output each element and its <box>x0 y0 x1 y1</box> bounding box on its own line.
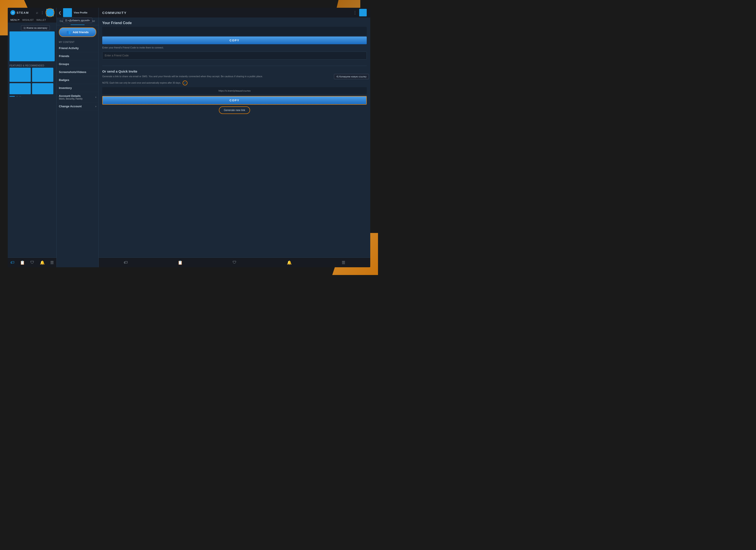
community-title: COMMUNITY <box>102 11 127 15</box>
menu-item-account[interactable]: Account Details Store, Security, Family … <box>57 92 98 102</box>
store-banner <box>10 31 55 61</box>
main-container: ⊙ STEAM ⌕ ⋮ MENU ▾ WISHLIST <box>8 8 370 267</box>
featured-image-3 <box>10 83 31 94</box>
copy-invite-link-button[interactable]: COPY <box>102 96 367 105</box>
back-button[interactable]: ❮ <box>58 11 61 15</box>
friend-code-display <box>102 27 367 36</box>
steam-title: STEAM <box>17 11 29 14</box>
search-icon[interactable]: ⌕ <box>36 11 38 15</box>
quick-invite-link: https://s.team/p/ваша/ссылка <box>102 87 367 94</box>
chevron-right-icon-2: › <box>95 105 96 108</box>
menu-nav-right-icon[interactable]: ☰ <box>342 260 345 265</box>
featured-image-2 <box>32 68 53 82</box>
add-friends-button[interactable]: 👥 Add friends <box>59 27 96 37</box>
nav-wallet-item[interactable]: WALLET <box>36 19 46 21</box>
more-options-icon[interactable]: ⋮ <box>40 11 44 15</box>
menu-item-inventory[interactable]: Inventory <box>57 84 98 92</box>
friend-code-input[interactable] <box>102 52 367 60</box>
bottom-nav-left: 🏷 📋 🛡 🔔 ☰ <box>8 258 56 267</box>
library-nav-right-icon[interactable]: 📋 <box>178 260 183 265</box>
avatar-ring <box>46 8 54 17</box>
featured-image-4 <box>32 83 53 94</box>
page-dot <box>19 96 21 97</box>
page-dot-active <box>10 96 15 97</box>
right-content: Your Friend Code COPY Enter your friend'… <box>99 17 370 258</box>
quick-invite-title: Or send a Quick Invite <box>102 70 367 73</box>
nav-menu: MENU ▾ WISHLIST WALLET <box>8 17 56 23</box>
quick-invite-section: Or send a Quick Invite Generate a link t… <box>102 70 367 114</box>
steam-icon: ⊙ <box>10 10 15 15</box>
section-divider <box>102 66 367 66</box>
shield-nav-icon[interactable]: 🛡 <box>30 260 34 265</box>
middle-panel-profile: ❮ View Profile Games Friends Wallet 👥 Ad… <box>56 8 98 267</box>
left-panel-steam: ⊙ STEAM ⌕ ⋮ MENU ▾ WISHLIST <box>8 8 56 267</box>
page-dot <box>16 96 18 97</box>
steam-header: ⊙ STEAM ⌕ ⋮ <box>8 8 56 17</box>
right-panel-community: COMMUNITY ⋮ Your Friend Code COPY Enter … <box>98 8 370 267</box>
nav-menu-item[interactable]: MENU ▾ <box>10 18 19 21</box>
annotation-1-box: 1) Жмем на аватарку <box>21 25 50 31</box>
bottom-nav-right: 🏷 📋 🛡 🔔 ☰ <box>99 258 370 267</box>
menu-item-friends[interactable]: Friends <box>57 52 98 60</box>
steam-logo: ⊙ STEAM <box>10 10 29 15</box>
generate-new-link-button[interactable]: Generate new link <box>219 106 250 114</box>
featured-images-row2 <box>8 83 56 94</box>
my-content-label: MY CONTENT <box>57 39 98 44</box>
menu-item-screenshots[interactable]: Screenshots/Videos <box>57 68 98 76</box>
menu-item-change-account[interactable]: Change Account › <box>57 102 98 110</box>
note-area: NOTE: Each link can only be used once an… <box>102 81 367 85</box>
menu-item-badges[interactable]: Badges <box>57 76 98 84</box>
featured-images <box>8 68 56 82</box>
community-more-icon[interactable]: ⋮ <box>353 10 357 15</box>
page-indicators <box>8 94 56 99</box>
community-header: COMMUNITY ⋮ <box>99 8 370 17</box>
bell-nav-icon[interactable]: 🔔 <box>40 260 45 265</box>
profile-header: ❮ View Profile <box>57 8 98 17</box>
store-nav-icon[interactable]: 🏷 <box>10 260 14 265</box>
note-text: NOTE: Each link can only be used once an… <box>102 81 367 85</box>
copy-friend-code-button[interactable]: COPY <box>102 37 367 44</box>
chevron-right-icon: › <box>95 96 96 99</box>
featured-image-1 <box>10 68 31 82</box>
community-header-right: ⋮ <box>353 9 367 16</box>
add-friends-section: 👥 Add friends 2) «Добавить друзей» <box>57 25 98 39</box>
community-avatar <box>359 9 367 16</box>
header-icons: ⌕ ⋮ <box>36 9 54 16</box>
friend-code-helper: Enter your friend's Friend Code to invit… <box>102 46 367 49</box>
nav-wishlist-item[interactable]: WISHLIST <box>22 19 34 21</box>
check-circle-icon: ✓ <box>183 81 187 85</box>
menu-item-friend-activity[interactable]: Friend Activity <box>57 44 98 52</box>
store-nav-right-icon[interactable]: 🏷 <box>124 260 128 265</box>
featured-label: FEATURED & RECOMMENDED <box>8 63 56 68</box>
menu-item-groups[interactable]: Groups <box>57 60 98 68</box>
copy-btn-2-container: COPY <box>102 96 367 106</box>
menu-nav-icon[interactable]: ☰ <box>50 260 54 265</box>
view-profile-button[interactable]: View Profile <box>74 11 87 14</box>
bell-nav-right-icon[interactable]: 🔔 <box>287 260 292 265</box>
shield-nav-right-icon[interactable]: 🛡 <box>233 260 237 265</box>
left-content-area: 1) Жмем на аватарку FEATURED & RECOMMEND… <box>8 23 56 258</box>
quick-invite-desc: Generate a link to share via email or SM… <box>102 75 367 78</box>
annotation-4-box: 4) Копируем новую ссылку <box>334 74 369 79</box>
friend-code-section: Your Friend Code COPY Enter your friend'… <box>102 21 367 62</box>
friend-code-title: Your Friend Code <box>102 21 367 25</box>
avatar-container[interactable] <box>46 9 54 16</box>
generate-btn-container: Generate new link 3) Создаем новую ссылк… <box>102 106 367 114</box>
annotation-2-box: 2) «Добавить друзей» <box>63 18 93 23</box>
menu-list: Friend Activity Friends Groups Screensho… <box>57 44 98 267</box>
library-nav-icon[interactable]: 📋 <box>20 260 25 265</box>
profile-avatar-large <box>63 8 72 17</box>
add-friends-icon: 👥 <box>66 30 71 34</box>
